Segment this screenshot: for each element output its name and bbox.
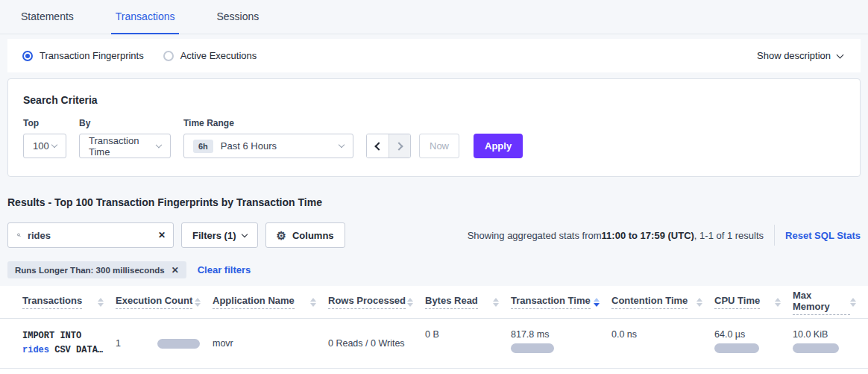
aggregated-stats-text: Showing aggregated stats from 11:00 to 1…	[468, 230, 764, 241]
remove-filter-icon[interactable]: ✕	[172, 265, 179, 275]
top-select-value: 100	[33, 140, 49, 152]
sort-desc-icon[interactable]	[594, 298, 600, 307]
max-memory-bar	[793, 343, 839, 353]
apply-button[interactable]: Apply	[474, 134, 523, 158]
column-header-bytes-read: Bytes Read	[425, 295, 511, 309]
table-row: IMPORT INTO rides CSV DATA… 1 movr 0 Rea…	[0, 319, 868, 369]
filter-chip: Runs Longer Than: 300 milliseconds ✕	[7, 261, 186, 278]
now-button[interactable]: Now	[419, 134, 459, 158]
sort-icon[interactable]	[310, 298, 316, 307]
application-name-cell: movr	[213, 319, 328, 368]
top-tab-bar: Statements Transactions Sessions	[0, 0, 868, 34]
column-header-transactions: Transactions	[22, 295, 116, 309]
search-icon	[17, 230, 21, 240]
cpu-time-bar	[714, 343, 759, 353]
results-toolbar: ✕ Filters (1) ⚙ Columns Showing aggregat…	[7, 222, 861, 248]
table-header-row: Transactions Execution Count Application…	[0, 286, 868, 319]
search-input[interactable]	[28, 230, 158, 241]
columns-button[interactable]: ⚙ Columns	[265, 222, 345, 248]
column-header-transaction-time: Transaction Time	[511, 295, 611, 309]
bytes-read-cell: 0 B	[425, 319, 511, 368]
filter-chip-row: Runs Longer Than: 300 milliseconds ✕ Cle…	[7, 261, 861, 278]
radio-active-executions[interactable]: Active Executions	[163, 50, 257, 61]
radio-label: Transaction Fingerprints	[40, 50, 144, 61]
columns-button-label: Columns	[292, 230, 334, 241]
show-description-toggle[interactable]: Show description	[757, 50, 843, 61]
results-table: Transactions Execution Count Application…	[0, 286, 868, 374]
chevron-down-icon	[51, 142, 57, 148]
time-window-stepper	[366, 134, 411, 158]
top-field: Top 100	[23, 118, 66, 158]
by-label: By	[79, 118, 171, 128]
search-criteria-form: Top 100 By Transaction Time Time Range 6…	[23, 118, 845, 158]
transactions-page: Statements Transactions Sessions Transac…	[0, 0, 868, 374]
time-range-field: Time Range 6h Past 6 Hours	[183, 118, 353, 158]
transaction-fingerprint-link[interactable]: IMPORT INTO rides CSV DATA…	[22, 319, 116, 368]
sort-icon[interactable]	[195, 298, 201, 307]
chevron-down-icon	[837, 51, 844, 58]
cpu-time-cell: 64.0 µs	[714, 319, 793, 368]
top-select[interactable]: 100	[23, 134, 66, 158]
radio-transaction-fingerprints[interactable]: Transaction Fingerprints	[22, 50, 144, 61]
sort-icon[interactable]	[407, 298, 413, 307]
execution-count-bar	[157, 339, 200, 349]
clear-filters-link[interactable]: Clear filters	[198, 264, 251, 275]
radio-unselected-icon	[163, 51, 174, 61]
sort-icon[interactable]	[98, 298, 104, 307]
chevron-right-icon	[394, 142, 403, 150]
time-range-select[interactable]: 6h Past 6 Hours	[183, 134, 353, 158]
sort-icon[interactable]	[696, 298, 702, 307]
chevron-down-icon	[241, 231, 247, 237]
column-header-cpu-time: CPU Time	[714, 295, 793, 309]
sort-icon[interactable]	[493, 298, 499, 307]
radio-label: Active Executions	[180, 50, 257, 61]
time-range-badge: 6h	[193, 140, 213, 153]
results-title: Results - Top 100 Transaction Fingerprin…	[7, 196, 861, 208]
tab-statements[interactable]: Statements	[16, 0, 78, 34]
by-field: By Transaction Time	[79, 118, 171, 158]
sort-icon[interactable]	[850, 298, 856, 307]
tab-sessions[interactable]: Sessions	[212, 0, 263, 34]
search-box: ✕	[7, 222, 174, 248]
search-criteria-card: Search Criteria Top 100 By Transaction T…	[7, 78, 861, 177]
column-header-contention-time: Contention Time	[611, 295, 714, 309]
chevron-left-icon	[374, 142, 383, 150]
execution-count-cell: 1	[116, 319, 213, 368]
previous-time-window-button[interactable]	[367, 134, 389, 158]
by-select[interactable]: Transaction Time	[79, 134, 171, 158]
top-label: Top	[23, 118, 66, 128]
filters-button-label: Filters (1)	[192, 230, 236, 241]
search-term-highlight: rides	[22, 345, 49, 355]
gear-icon: ⚙	[277, 230, 286, 241]
max-memory-cell: 10.0 KiB	[793, 319, 868, 368]
rows-processed-cell: 0 Reads / 0 Writes	[328, 319, 425, 368]
chevron-down-icon	[339, 142, 345, 148]
time-range-label: Time Range	[183, 118, 353, 128]
column-header-execution-count: Execution Count	[116, 295, 213, 309]
search-criteria-title: Search Criteria	[23, 94, 845, 106]
transaction-time-bar	[511, 343, 554, 353]
by-select-value: Transaction Time	[89, 135, 157, 158]
radio-selected-icon	[22, 51, 33, 61]
view-toggle-bar: Transaction Fingerprints Active Executio…	[7, 39, 861, 72]
filters-button[interactable]: Filters (1)	[181, 222, 258, 248]
column-header-application-name: Application Name	[213, 295, 328, 309]
column-header-rows-processed: Rows Processed	[328, 295, 425, 309]
filter-chip-label: Runs Longer Than: 300 milliseconds	[15, 266, 165, 275]
tab-transactions[interactable]: Transactions	[111, 0, 180, 34]
show-description-label: Show description	[757, 50, 831, 61]
next-time-window-button[interactable]	[389, 134, 410, 158]
column-header-max-memory: Max Memory	[793, 290, 868, 315]
sort-icon[interactable]	[775, 298, 781, 307]
clear-search-icon[interactable]: ✕	[158, 230, 166, 240]
transaction-time-cell: 817.8 ms	[511, 319, 611, 368]
contention-time-cell: 0.0 ns	[611, 319, 714, 368]
time-range-value: Past 6 Hours	[221, 140, 277, 152]
reset-sql-stats-link[interactable]: Reset SQL Stats	[785, 230, 861, 241]
vertical-divider	[774, 225, 775, 246]
